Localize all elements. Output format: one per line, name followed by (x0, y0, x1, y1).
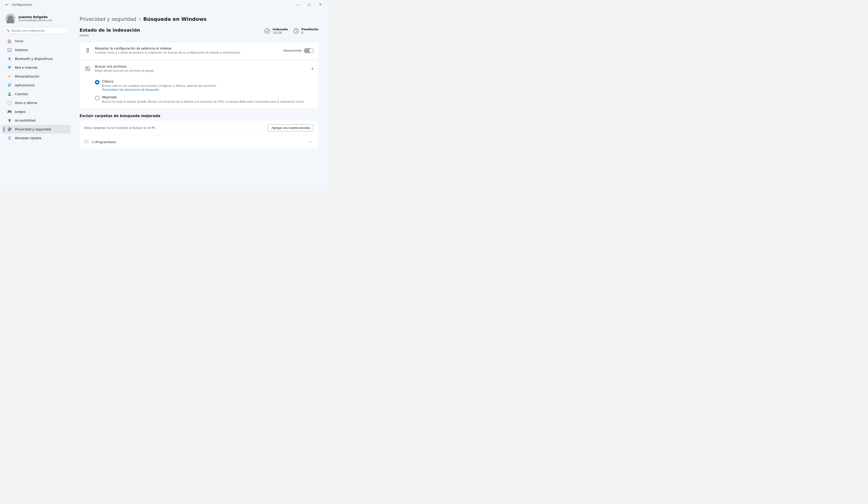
time-icon: 🕐 (7, 101, 12, 105)
indexing-stats: Indexado 10236 Pendiente 0 (264, 27, 318, 34)
sidebar-item-aplicaciones[interactable]: Aplicaciones (2, 81, 71, 90)
system-icon (7, 48, 12, 52)
radio-clasico-text: Clásico Buscar solo en las carpetas Docu… (102, 80, 314, 92)
sidebar-item-sistema[interactable]: Sistema (2, 46, 71, 54)
sidebar-label-bluetooth: Bluetooth y dispositivos (15, 57, 53, 61)
titlebar: ← Configuración — □ ✕ (0, 0, 329, 9)
sidebar-label-update: Windows Update (15, 136, 42, 140)
update-icon (7, 136, 12, 140)
sidebar-item-juegos[interactable]: 🎮 Juegos (2, 107, 71, 116)
find-files-text: Buscar mis archivos Elegir dónde buscará… (95, 65, 307, 73)
power-card-text: Respetar la configuración de potencia al… (95, 47, 280, 55)
stat-indexed-value: 10236 (272, 31, 288, 34)
indexing-subtitle: Hecho (80, 34, 264, 37)
maximize-button[interactable]: □ (304, 1, 314, 8)
sidebar-label-aplicaciones: Aplicaciones (15, 83, 34, 87)
excluir-text: Estas carpetas no se incluirán al buscar… (84, 126, 264, 130)
sidebar-item-red[interactable]: Red e Internet (2, 63, 71, 72)
add-excluded-folder-button[interactable]: Agregar una carpeta excluida (268, 124, 314, 131)
breadcrumb-separator: > (138, 17, 142, 21)
radio-mejorado-title: Mejorado (102, 95, 314, 99)
svg-point-7 (86, 68, 88, 69)
sidebar-item-update[interactable]: Windows Update (2, 134, 71, 142)
svg-line-8 (88, 69, 89, 70)
sidebar-label-sistema: Sistema (15, 48, 28, 52)
pending-icon (292, 27, 300, 34)
excluir-section-title: Excluir carpetas de búsqueda mejorada (80, 114, 318, 118)
sidebar-item-inicio[interactable]: 🏠 Inicio (2, 37, 71, 45)
find-files-card: Buscar mis archivos Elegir dónde buscará… (80, 61, 318, 108)
radio-clasico-link[interactable]: Personalizar las ubicaciones de búsqueda (102, 88, 159, 91)
folder-path-0: C:\ProgramData\ (92, 140, 303, 144)
find-files-header[interactable]: Buscar mis archivos Elegir dónde buscará… (80, 61, 318, 77)
sidebar-label-red: Red e Internet (15, 66, 38, 69)
search-box[interactable]: 🔍 (3, 27, 69, 34)
sidebar-item-bluetooth[interactable]: Bluetooth y dispositivos (2, 54, 71, 63)
breadcrumb-parent: Privacidad y seguridad (80, 16, 136, 22)
find-files-desc: Elegir dónde buscará los archivos el equ… (95, 69, 307, 73)
sidebar-item-hora[interactable]: 🕐 Hora e idioma (2, 99, 71, 107)
indexed-icon (264, 27, 271, 34)
window: ← Configuración — □ ✕ Juanma Delgado jua… (0, 0, 329, 192)
privacy-icon (7, 127, 12, 132)
avatar (6, 13, 16, 23)
titlebar-title: Configuración (12, 3, 32, 6)
stat-indexed: Indexado 10236 (264, 27, 288, 34)
radio-section: Clásico Buscar solo en las carpetas Docu… (80, 77, 318, 109)
window-controls: — □ ✕ (292, 1, 326, 8)
radio-mejorado: Mejorado Buscar en todo el equipo (puede… (95, 95, 314, 104)
minimize-button[interactable]: — (292, 1, 303, 8)
stat-pending-label: Pendiente (301, 28, 318, 31)
user-section: Juanma Delgado juanmatek@outlook.com (0, 9, 72, 27)
breadcrumb: Privacidad y seguridad > Búsqueda en Win… (80, 16, 318, 22)
sidebar-item-privacidad[interactable]: Privacidad y seguridad (2, 125, 71, 134)
radio-mejorado-btn[interactable] (95, 96, 100, 100)
sidebar-label-privacidad: Privacidad y seguridad (15, 127, 51, 131)
user-name: Juanma Delgado (19, 15, 52, 19)
stat-pending-value: 0 (301, 31, 318, 34)
svg-point-3 (265, 29, 269, 33)
sidebar-item-accesibilidad[interactable]: Accesibilidad (2, 116, 71, 125)
radio-clasico-desc: Buscar solo en las carpetas Documentos, … (102, 84, 314, 88)
sidebar-label-inicio: Inicio (15, 39, 23, 43)
sidebar-label-accesibilidad: Accesibilidad (15, 119, 35, 122)
search-input[interactable] (12, 29, 66, 32)
indexing-title: Estado de la indexación (80, 27, 264, 33)
avatar-icon (8, 16, 13, 21)
excluir-top-row: Estas carpetas no se incluirán al buscar… (80, 121, 318, 135)
stat-indexed-text: Indexado 10236 (272, 28, 288, 34)
indexing-title-block: Estado de la indexación Hecho (80, 27, 264, 37)
apps-icon (7, 83, 12, 88)
user-email: juanmatek@outlook.com (19, 19, 52, 22)
find-files-title: Buscar mis archivos (95, 65, 307, 68)
svg-rect-0 (8, 49, 11, 51)
sidebar-label-hora: Hora e idioma (15, 101, 37, 105)
power-icon (84, 47, 91, 54)
sidebar-label-cuentas: Cuentas (15, 92, 28, 96)
radio-clasico-btn[interactable] (95, 80, 100, 84)
toggle-label: Desactivado (283, 49, 301, 52)
radio-mejorado-text: Mejorado Buscar en todo el equipo (puede… (102, 95, 314, 104)
stat-pending: Pendiente 0 (292, 27, 318, 34)
personalization-icon: ✏️ (7, 74, 12, 79)
power-setting-card: Respetar la configuración de potencia al… (80, 42, 318, 59)
search-icon: 🔍 (6, 29, 10, 32)
accessibility-icon (7, 118, 12, 123)
main-content: Privacidad y seguridad > Búsqueda en Win… (72, 9, 329, 192)
stat-pending-text: Pendiente 0 (301, 28, 318, 34)
folder-row-0: C:\ProgramData\ ··· (80, 135, 318, 149)
power-toggle[interactable] (304, 48, 314, 53)
folder-icon (84, 139, 89, 145)
sidebar-label-personalizacion: Personalización (15, 74, 39, 78)
folder-more-button-0[interactable]: ··· (307, 138, 314, 145)
app-body: Juanma Delgado juanmatek@outlook.com 🔍 🏠… (0, 9, 329, 192)
sidebar-label-juegos: Juegos (15, 110, 25, 113)
user-info: Juanma Delgado juanmatek@outlook.com (19, 15, 52, 22)
gaming-icon: 🎮 (7, 110, 12, 114)
sidebar-item-personalizacion[interactable]: ✏️ Personalización (2, 72, 71, 81)
back-button[interactable]: ← (3, 1, 10, 8)
sidebar-item-cuentas[interactable]: Cuentas (2, 90, 71, 98)
bluetooth-icon (7, 56, 12, 61)
close-button[interactable]: ✕ (315, 1, 326, 8)
accounts-icon (7, 92, 12, 96)
